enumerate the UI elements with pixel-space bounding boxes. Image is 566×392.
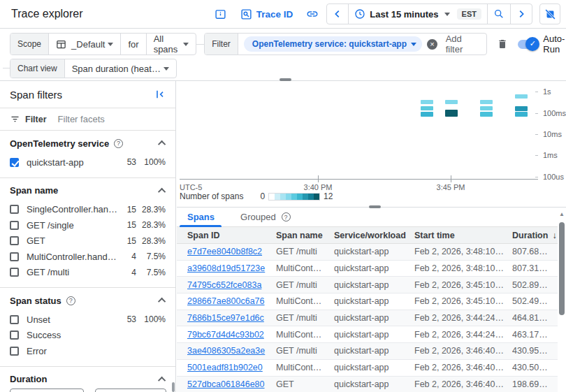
table-scrollbar-thumb[interactable] — [559, 222, 565, 315]
table-row[interactable]: 7686b15ce97e1d6cGET /multiquickstart-app… — [177, 310, 566, 327]
trace-id-button[interactable]: Trace ID — [235, 4, 299, 24]
heatmap-cell[interactable] — [421, 112, 433, 117]
facet-checkbox[interactable] — [10, 347, 19, 356]
col-span-id[interactable]: Span ID — [187, 231, 276, 240]
facet-item[interactable]: GET /multi47.5% — [10, 265, 166, 281]
help-icon[interactable]: ? — [114, 139, 123, 148]
table-row[interactable]: 527dbca061846e80GETquickstart-appFeb 2, … — [177, 377, 566, 392]
facet-checkbox[interactable] — [10, 331, 19, 340]
table-cell: quickstart-app — [334, 296, 414, 306]
copy-link-button[interactable] — [303, 4, 322, 24]
facet-item[interactable]: MultiController.handleMulti47.5% — [10, 249, 166, 265]
help-icon[interactable]: ? — [66, 296, 75, 305]
span-duration-heatmap[interactable]: 3:40 PM3:45 PM 1s100ms10ms1ms100us UTC-5… — [177, 81, 566, 207]
duration-min-input[interactable] — [10, 389, 84, 392]
spans-dropdown[interactable]: All spans — [146, 34, 196, 55]
table-cell: quickstart-app — [334, 247, 414, 256]
chart-view-dropdown[interactable]: Span duration (heat… — [64, 59, 176, 78]
tab-spans[interactable]: Spans — [187, 212, 215, 222]
span-id-link[interactable]: 298667ae800c6a76 — [187, 296, 276, 306]
table-row[interactable]: 298667ae800c6a76MultiCont…quickstart-app… — [177, 293, 566, 310]
facet-checkbox[interactable] — [10, 158, 19, 167]
collapse-section-icon[interactable] — [158, 376, 166, 384]
table-row[interactable]: e7d7ee8040b8f8c2GET /multiquickstart-app… — [177, 244, 566, 261]
heatmap-cell[interactable] — [445, 110, 458, 117]
auto-run-toggle[interactable]: ✓ — [518, 40, 537, 49]
col-start-time[interactable]: Start time — [414, 231, 512, 240]
col-service[interactable]: Service/workload — [334, 231, 414, 240]
facet-checkbox[interactable] — [10, 315, 19, 324]
collapse-panel-button[interactable] — [154, 89, 166, 100]
filter-chip[interactable]: OpenTelemetry service: quickstart-app — [244, 36, 422, 52]
span-id-link[interactable]: 7686b15ce97e1d6c — [187, 313, 276, 323]
heatmap-cell[interactable] — [515, 112, 528, 117]
span-id-link[interactable]: 527dbca061846e80 — [187, 379, 276, 389]
delete-filters-button[interactable] — [497, 38, 508, 50]
scope-group: Scope _Default for All spans — [10, 33, 196, 55]
span-id-link[interactable]: 74795c652fce083a — [187, 280, 276, 290]
grouped-help-icon[interactable]: ? — [282, 212, 291, 222]
facet-filter-input[interactable]: Filter facets — [58, 114, 105, 124]
span-id-link[interactable]: 5001eadf81b902e0 — [187, 363, 276, 372]
collapse-section-icon[interactable] — [158, 298, 166, 305]
sort-desc-icon: ↓ — [552, 231, 556, 240]
col-duration[interactable]: Duration↓ — [512, 231, 557, 240]
time-range-dropdown[interactable]: Last 15 minutes EST — [348, 4, 487, 24]
span-id-link[interactable]: 79bc67d4d4c93b02 — [187, 330, 276, 340]
facet-checkbox[interactable] — [10, 236, 19, 245]
span-id-link[interactable]: a39608d19d51723e — [187, 263, 276, 273]
heatmap-cell[interactable] — [421, 100, 433, 104]
table-row[interactable]: 79bc67d4d4c93b02MultiCont…quickstart-app… — [177, 326, 566, 343]
table-cell: Feb 2, 2026, 3:45:10 PM — [414, 296, 512, 306]
heatmap-cell[interactable] — [480, 112, 493, 117]
sidebar-scrollbar-thumb[interactable] — [172, 382, 175, 392]
collapse-section-icon[interactable] — [158, 187, 166, 195]
heatmap-cell[interactable] — [480, 106, 493, 110]
facet-item[interactable]: quickstart-app53100% — [10, 154, 166, 170]
duration-max-input[interactable] — [95, 389, 166, 392]
scope-dropdown[interactable]: _Default — [48, 34, 120, 55]
facet-checkbox[interactable] — [10, 221, 19, 230]
time-zoom-button[interactable] — [487, 4, 510, 24]
col-span-name[interactable]: Span name — [276, 231, 334, 240]
table-row[interactable]: 74795c652fce083aGET /multiquickstart-app… — [177, 277, 566, 293]
heatmap-cell[interactable] — [480, 100, 493, 104]
facet-item[interactable]: GET1528.3% — [10, 233, 166, 249]
facet-item[interactable]: Error — [10, 343, 166, 359]
heatmap-cell[interactable] — [445, 100, 458, 104]
table-cell: Feb 2, 2026, 3:46:40 PM — [414, 379, 512, 389]
side-panel-button[interactable] — [211, 4, 231, 24]
chevron-right-icon — [516, 9, 526, 19]
span-id-link[interactable]: e7d7ee8040b8f8c2 — [187, 247, 276, 256]
scrollbar-up-icon[interactable]: ▲ — [559, 211, 565, 217]
table-body: e7d7ee8040b8f8c2GET /multiquickstart-app… — [177, 244, 566, 392]
facet-label: SingleController.handleSing… — [27, 204, 121, 215]
table-cell: quickstart-app — [334, 379, 414, 389]
collapse-section-icon[interactable] — [158, 140, 166, 148]
facet-item[interactable]: Unset53100% — [10, 312, 166, 328]
facet-checkbox[interactable] — [10, 205, 19, 214]
facet-checkbox[interactable] — [10, 268, 19, 277]
table-row[interactable]: a39608d19d51723eMultiCont…quickstart-app… — [177, 261, 566, 277]
span-id-link[interactable]: 3ae4086305a2ea3e — [187, 346, 276, 356]
heatmap-cell[interactable] — [421, 106, 433, 110]
facet-checkbox[interactable] — [10, 252, 19, 261]
facet-item[interactable]: SingleController.handleSing…1528.3% — [10, 202, 166, 218]
table-cell: MultiCont… — [276, 363, 334, 372]
table-row[interactable]: 5001eadf81b902e0MultiCont…quickstart-app… — [177, 360, 566, 377]
add-filter-input[interactable]: Add filter — [446, 34, 481, 55]
heatmap-cell[interactable] — [515, 94, 528, 99]
table-cell: Feb 2, 2026, 3:46:40 PM — [414, 363, 512, 372]
time-forward-button[interactable] — [510, 4, 532, 24]
time-back-button[interactable] — [327, 4, 348, 24]
facet-item[interactable]: Success — [10, 328, 166, 344]
remove-filter-icon[interactable]: × — [427, 39, 437, 50]
auto-reload-off-button[interactable] — [539, 3, 560, 24]
time-range-value: Last 15 minutes — [370, 9, 438, 20]
heatmap-cell[interactable] — [515, 106, 528, 111]
table-row[interactable]: 3ae4086305a2ea3eGET /multiquickstart-app… — [177, 343, 566, 360]
facet-item[interactable]: GET /single1528.3% — [10, 217, 166, 233]
table-scrollbar[interactable]: ▲ — [558, 208, 566, 392]
tab-grouped[interactable]: Grouped — [240, 212, 276, 222]
chevron-down-icon — [444, 13, 450, 16]
